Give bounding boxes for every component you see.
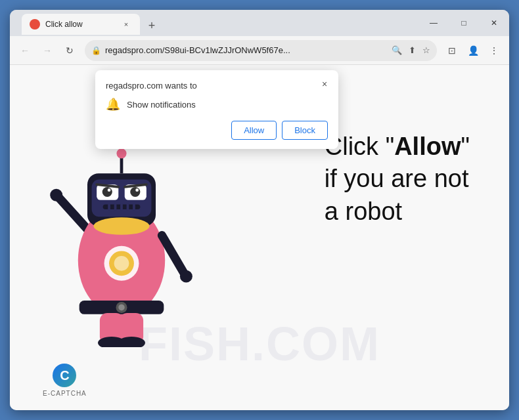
svg-point-10	[108, 188, 111, 192]
allow-bold-text: Allow	[394, 133, 461, 160]
title-bar: Click allow × + — □ ✕	[10, 10, 509, 36]
nav-icons: ⊡ 👤 ⋮	[442, 41, 504, 60]
profile-button[interactable]: 👤	[463, 41, 483, 60]
a-robot-text: a robot	[325, 196, 470, 228]
bell-icon: 🔔	[106, 97, 120, 112]
lock-icon: 🔒	[91, 46, 101, 55]
svg-point-34	[116, 148, 126, 158]
minimize-button[interactable]: —	[418, 10, 449, 36]
svg-line-0	[59, 198, 87, 229]
back-button[interactable]: ←	[15, 41, 35, 60]
svg-rect-16	[114, 203, 117, 211]
tab-close-button[interactable]: ×	[120, 18, 132, 30]
permission-text: Show notifications	[127, 100, 196, 110]
popup-site-text: regadspro.com wants to	[106, 81, 328, 91]
svg-point-23	[114, 256, 129, 271]
ecaptcha-label: E-CAPTCHA	[43, 390, 87, 397]
url-text: regadspro.com/S98ui-BCv1lwZJJrONwW5f67e.…	[105, 45, 388, 55]
tab-title: Click allow	[45, 20, 115, 29]
maximize-button[interactable]: □	[449, 10, 479, 36]
share-icon[interactable]: ⬆	[409, 45, 416, 55]
window-controls: — □ ✕	[418, 10, 509, 36]
svg-line-27	[162, 236, 183, 273]
svg-rect-17	[120, 203, 123, 211]
browser-window: Click allow × + — □ ✕ ← → ↻ 🔒 regadspro.…	[10, 10, 509, 410]
allow-button[interactable]: Allow	[231, 121, 277, 140]
content-area: FISH.COM	[10, 65, 509, 410]
new-tab-button[interactable]: +	[143, 16, 161, 35]
svg-point-8	[102, 187, 112, 197]
bookmark-icon[interactable]: ☆	[422, 45, 430, 55]
if-you-are-not-text: if you are not	[325, 163, 470, 195]
tab-bar: Click allow × +	[16, 11, 166, 35]
menu-button[interactable]: ⋮	[484, 41, 504, 60]
popup-close-button[interactable]: ×	[317, 77, 332, 91]
svg-point-11	[135, 188, 139, 192]
tab-favicon	[30, 19, 40, 30]
robot-illustration	[36, 117, 207, 347]
popup-buttons: Allow Block	[106, 121, 328, 140]
svg-point-26	[118, 304, 124, 310]
svg-point-9	[130, 187, 140, 197]
svg-point-28	[180, 270, 192, 283]
svg-rect-18	[127, 203, 129, 211]
address-bar[interactable]: 🔒 regadspro.com/S98ui-BCv1lwZJJrONwW5f67…	[85, 40, 437, 61]
main-content-text: Click "Allow" if you are not a robot	[325, 131, 470, 228]
svg-point-20	[93, 217, 149, 234]
ecaptcha-logo: C	[53, 364, 76, 387]
split-view-button[interactable]: ⊡	[442, 41, 462, 60]
notification-popup: × regadspro.com wants to 🔔 Show notifica…	[95, 70, 338, 149]
svg-rect-15	[108, 203, 110, 211]
nav-bar: ← → ↻ 🔒 regadspro.com/S98ui-BCv1lwZJJrON…	[10, 36, 509, 65]
refresh-button[interactable]: ↻	[60, 41, 79, 60]
block-button[interactable]: Block	[282, 121, 328, 140]
active-tab[interactable]: Click allow ×	[22, 14, 140, 35]
forward-button[interactable]: →	[37, 41, 57, 60]
close-button[interactable]: ✕	[479, 10, 509, 36]
popup-permission-row: 🔔 Show notifications	[106, 97, 328, 112]
svg-rect-19	[133, 203, 135, 211]
ecaptcha-widget: C E-CAPTCHA	[43, 364, 87, 397]
search-icon[interactable]: 🔍	[392, 45, 402, 55]
svg-point-1	[50, 189, 62, 201]
